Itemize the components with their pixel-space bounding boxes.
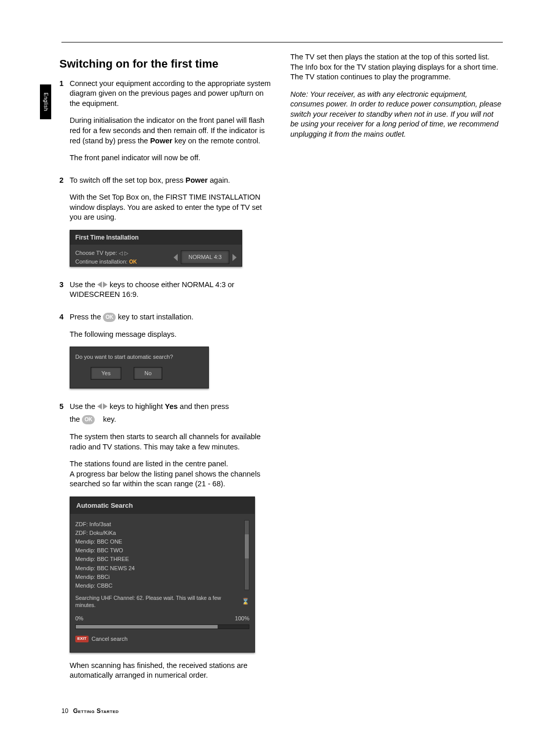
panel-body: Do you want to start automatic search? Y… — [70, 347, 208, 388]
note-paragraph: Note: Your receiver, as with any electro… — [290, 90, 503, 140]
step-body: Connect your equipment according to the … — [70, 79, 272, 170]
text: key to start installation. — [118, 313, 194, 321]
para: Use the keys to highlight Yes and then p… — [70, 402, 272, 412]
step-4: 4 Press the OK key to start installation… — [59, 312, 272, 397]
tv-type-selector[interactable]: NORMAL 4:3 — [174, 250, 237, 264]
list-item: Mendip: BBC THREE — [75, 555, 241, 564]
exit-badge-icon[interactable]: EXIT — [75, 636, 89, 642]
progress-0: 0% — [75, 615, 83, 622]
text: Press the — [70, 313, 103, 321]
para: The TV set then plays the station at the… — [290, 52, 503, 82]
para: Connect your equipment according to the … — [70, 79, 272, 109]
para: The system then starts to search all cha… — [70, 432, 272, 452]
progress-fill — [76, 625, 218, 629]
arrow-right-icon — [103, 282, 108, 288]
text: and then press — [178, 402, 229, 411]
cancel-row: EXIT Cancel search — [70, 635, 254, 652]
search-list-wrap: ZDF: Info/3sat ZDF: Doku/KiKa Mendip: BB… — [70, 520, 254, 590]
para: When scanning has finished, the received… — [70, 661, 272, 681]
para: the OK key. — [70, 415, 272, 425]
page-footer: 10 Getting Started — [61, 707, 119, 715]
text: Use the — [70, 402, 97, 411]
para: During initialisation the indicator on t… — [70, 116, 272, 146]
step-num: 1 — [59, 79, 70, 170]
text: Use the — [70, 280, 97, 289]
automatic-search-panel: Automatic Search ZDF: Info/3sat ZDF: Dok… — [70, 496, 255, 653]
fti-label: Continue installation: — [75, 258, 127, 265]
search-status: Searching UHF Channel: 62. Please wait. … — [70, 590, 254, 611]
text: key. — [101, 415, 116, 423]
panel-title: Automatic Search — [70, 497, 254, 514]
step-body: To switch off the set top box, press Pow… — [70, 176, 272, 275]
page-number: 10 — [61, 707, 68, 715]
ok-label-icon: OK — [129, 259, 137, 265]
ok-button-icon: OK — [82, 415, 95, 424]
top-rule — [61, 42, 503, 42]
list-item: ZDF: Info/3sat — [75, 520, 241, 529]
step-5: 5 Use the keys to highlight Yes and then… — [59, 402, 272, 688]
para: Press the OK key to start installation. — [70, 312, 272, 322]
section-title: Switching on for the first time — [59, 56, 272, 72]
para: The front panel indicator will now be of… — [70, 153, 272, 163]
progress-100: 100% — [235, 615, 249, 622]
footer-section: Getting Started — [73, 707, 119, 715]
progress-bar — [75, 624, 249, 629]
first-time-installation-panel: First Time Installation Choose TV type: … — [70, 230, 242, 267]
step-num: 4 — [59, 312, 70, 397]
bold-power: Power — [185, 176, 208, 184]
step-body: Use the keys to highlight Yes and then p… — [70, 402, 272, 688]
ok-button-icon: OK — [103, 313, 116, 322]
progress-labels: 0% 100% — [70, 611, 254, 623]
step-2: 2 To switch off the set top box, press P… — [59, 176, 272, 275]
left-right-icon: ◁ ▷ — [119, 250, 129, 256]
arrow-right-icon[interactable] — [232, 254, 237, 261]
para: The following message displays. — [70, 330, 272, 340]
para: The stations found are listed in the cen… — [70, 459, 272, 489]
list-item: ZDF: Doku/KiKa — [75, 529, 241, 537]
step-num: 5 — [59, 402, 70, 688]
panel-body: Choose TV type: ◁ ▷ Continue installatio… — [70, 245, 242, 271]
yes-button[interactable]: Yes — [91, 367, 121, 380]
status-text: Searching UHF Channel: 62. Please wait. … — [75, 594, 239, 609]
arrow-left-icon — [97, 403, 102, 409]
search-results-list: ZDF: Info/3sat ZDF: Doku/KiKa Mendip: BB… — [75, 520, 241, 590]
list-item: Mendip: BBC NEWS 24 — [75, 564, 241, 573]
fti-left: Choose TV type: ◁ ▷ Continue installatio… — [75, 249, 174, 266]
para: With the Set Top Box on, the FIRST TIME … — [70, 192, 272, 223]
list-item: Mendip: CBBC — [75, 581, 241, 590]
hourglass-icon: ⌛ — [242, 597, 249, 606]
text: again. — [208, 176, 230, 184]
para: To switch off the set top box, press Pow… — [70, 176, 272, 186]
list-item: Mendip: BBC ONE — [75, 537, 241, 546]
scrollbar[interactable] — [244, 520, 249, 590]
bold-yes: Yes — [165, 402, 178, 411]
no-button[interactable]: No — [134, 367, 162, 380]
step-body: Press the OK key to start installation. … — [70, 312, 272, 397]
language-tab: English — [40, 84, 51, 119]
step-3: 3 Use the keys to choose either NORMAL 4… — [59, 280, 272, 307]
right-column: The TV set then plays the station at the… — [290, 52, 503, 693]
fti-label: Choose TV type: — [75, 250, 117, 256]
page: English Switching on for the first time … — [0, 0, 553, 756]
scrollbar-thumb[interactable] — [245, 534, 249, 558]
arrow-left-icon — [97, 282, 102, 288]
list-item: Mendip: BBCi — [75, 573, 241, 581]
step-num: 3 — [59, 280, 70, 307]
panel-title: First Time Installation — [70, 230, 242, 245]
prompt-buttons: Yes No — [75, 367, 203, 380]
text: the — [70, 415, 82, 423]
list-item: Mendip: BBC TWO — [75, 546, 241, 555]
step-body: Use the keys to choose either NORMAL 4:3… — [70, 280, 272, 307]
step-num: 2 — [59, 176, 70, 275]
text: To switch off the set top box, press — [70, 176, 185, 184]
prompt-text: Do you want to start automatic search? — [75, 353, 203, 361]
tv-type-value: NORMAL 4:3 — [181, 250, 229, 264]
left-column: Switching on for the first time 1 Connec… — [59, 52, 272, 693]
text: key on the remote control. — [173, 137, 261, 145]
text: keys to highlight — [110, 402, 165, 411]
step-1: 1 Connect your equipment according to th… — [59, 79, 272, 170]
arrow-left-icon[interactable] — [174, 254, 178, 261]
para: Use the keys to choose either NORMAL 4:3… — [70, 280, 272, 300]
auto-search-prompt-panel: Do you want to start automatic search? Y… — [70, 347, 209, 388]
arrow-right-icon — [103, 403, 108, 409]
